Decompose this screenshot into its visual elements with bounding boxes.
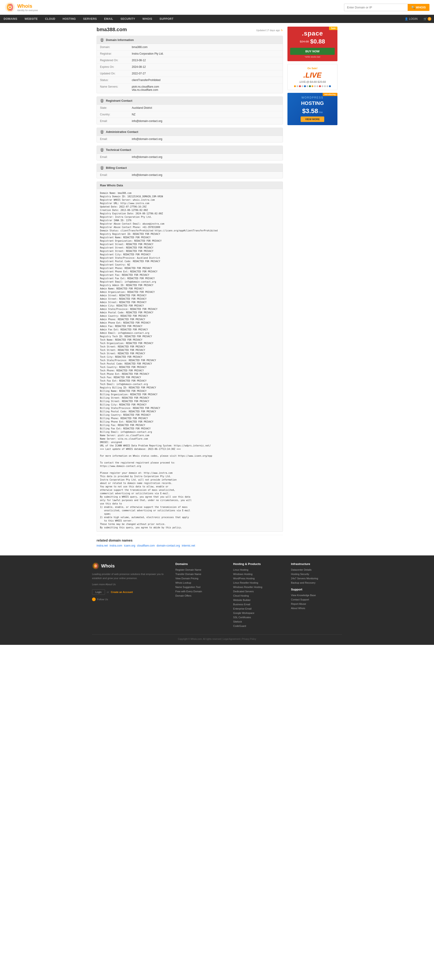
svg-point-24 bbox=[95, 565, 96, 566]
refresh-icon[interactable]: ↻ bbox=[281, 29, 283, 32]
tech-body: Email:info@domain-contact.org bbox=[97, 154, 283, 160]
admin-table: Email:info@domain-contact.org bbox=[97, 136, 283, 142]
footer-col-item[interactable]: Linux Hosting bbox=[233, 568, 284, 571]
search-button[interactable]: 🔍 WHOIS bbox=[408, 4, 429, 11]
wp-view-more-button[interactable]: VIEW MORE bbox=[301, 116, 324, 122]
nav-whois[interactable]: WHOIS bbox=[139, 15, 156, 23]
svg-point-19 bbox=[101, 169, 103, 170]
row-value: clientTransferProhibited bbox=[128, 77, 283, 84]
space-tld: .space bbox=[290, 30, 335, 37]
footer-col-item[interactable]: Register Domain Name bbox=[176, 568, 227, 571]
footer-col-item[interactable]: Name Suggestion Tool bbox=[176, 585, 227, 589]
dot-3 bbox=[299, 85, 301, 87]
table-row: Email:info@domain-contact.org bbox=[97, 136, 283, 142]
footer-col-item[interactable]: Hosting Security bbox=[291, 573, 342, 576]
footer-hosting-items: Linux HostingWindows HostingWordPress Ho… bbox=[233, 568, 284, 627]
related-link[interactable]: instra.net bbox=[97, 544, 108, 547]
wp-price-row: $3.58 /mo bbox=[290, 107, 335, 115]
billing-table: Email:info@domain-contact.org bbox=[97, 172, 283, 178]
dot-15 bbox=[329, 85, 331, 87]
related-link[interactable]: icann.org bbox=[124, 544, 135, 547]
dot-13 bbox=[324, 85, 326, 87]
domain-info-section: Domain Information Domain:bma388.comRegi… bbox=[97, 36, 283, 93]
footer-col-item[interactable]: Contact Support bbox=[291, 598, 342, 601]
dot-7 bbox=[309, 85, 311, 87]
live-on-sale: On Sale! bbox=[290, 67, 334, 70]
nav-security[interactable]: SECURITY bbox=[117, 15, 139, 23]
footer-col-item[interactable]: About Whois bbox=[291, 607, 342, 609]
footer-login-button[interactable]: Login bbox=[92, 589, 105, 595]
footer-col-item[interactable]: Transfer Domain Name bbox=[176, 573, 227, 576]
footer-col-item[interactable]: CodeGuard bbox=[233, 625, 284, 627]
row-value: 2013-08-12 bbox=[128, 57, 283, 64]
row-label: Registrar: bbox=[97, 51, 128, 57]
row-value: piotr.ns.cloudflare.com vita.ns.cloudfla… bbox=[128, 84, 283, 93]
nav-domains[interactable]: DOMAINS bbox=[0, 15, 21, 23]
nav-servers[interactable]: SERVERS bbox=[79, 15, 101, 23]
footer-col-item[interactable]: Website Builder bbox=[233, 599, 284, 601]
nav-cart[interactable]: 🛒 0 bbox=[421, 15, 434, 23]
footer-learn-more[interactable]: Learn more About Us bbox=[92, 583, 169, 585]
footer-col-item[interactable]: Report Abuse bbox=[291, 603, 342, 605]
footer-domains-col: Domains Register Domain NameTransfer Dom… bbox=[176, 562, 227, 629]
footer-col-item[interactable]: Business Email bbox=[233, 603, 284, 606]
follow-icon bbox=[92, 598, 96, 601]
row-value: 2022-07-27 bbox=[128, 70, 283, 77]
main-content: bma388.com Updated 17 days ago ↻ Domain … bbox=[92, 23, 342, 555]
footer-col-item[interactable]: Whois Lookup bbox=[176, 581, 227, 584]
footer-create-account[interactable]: Create an Account bbox=[111, 591, 133, 593]
row-label: Name Servers: bbox=[97, 84, 128, 93]
footer-col-item[interactable]: Linux Reseller Hosting bbox=[233, 581, 284, 584]
svg-point-7 bbox=[101, 40, 103, 42]
footer-col-item[interactable]: View Domain Pricing bbox=[176, 577, 227, 580]
logo: Whois Identity for everyone bbox=[5, 2, 38, 13]
footer-col-item[interactable]: 24x7 Servers Monitoring bbox=[291, 577, 342, 580]
footer-col-item[interactable]: Domain Offers bbox=[176, 594, 227, 597]
space-buy-button[interactable]: BUY NOW bbox=[290, 48, 335, 55]
row-value: info@domain-contact.org bbox=[128, 154, 283, 160]
raw-whois-body: Domain Name: bma388.com Registry Domain … bbox=[97, 189, 283, 531]
domain-info-header: Domain Information bbox=[97, 36, 283, 44]
footer-col-item[interactable]: Datacenter Details bbox=[291, 568, 342, 571]
related-link[interactable]: internic.net bbox=[182, 544, 195, 547]
footer-col-item[interactable]: Backup and Recovery bbox=[291, 581, 342, 584]
footer-col-item[interactable]: Windows Reseller Hosting bbox=[233, 585, 284, 589]
nav-support[interactable]: SUPPORT bbox=[156, 15, 177, 23]
footer-col-item[interactable]: Dedicated Servers bbox=[233, 590, 284, 593]
wp-title: HOSTING bbox=[290, 100, 335, 106]
footer-col-item[interactable]: Sitelock bbox=[233, 620, 284, 623]
related-link[interactable]: domain-contact.org bbox=[157, 544, 180, 547]
svg-point-6 bbox=[101, 39, 103, 40]
dot-6 bbox=[307, 85, 308, 87]
nav-login[interactable]: 👤 LOGIN bbox=[401, 15, 421, 23]
billing-body: Email:info@domain-contact.org bbox=[97, 172, 283, 178]
related-link[interactable]: instra.com bbox=[109, 544, 122, 547]
wp-subtitle: WORDPRESS bbox=[290, 96, 335, 99]
dot-2 bbox=[296, 85, 298, 87]
related-link[interactable]: cloudflare.com bbox=[137, 544, 155, 547]
dot-10 bbox=[317, 85, 318, 87]
footer-col-item[interactable]: View Knowledge Base bbox=[291, 594, 342, 597]
footer-col-item[interactable]: Google Workspace bbox=[233, 612, 284, 614]
user-icon: 👤 bbox=[405, 17, 408, 21]
nav-hosting[interactable]: HOSTING bbox=[59, 15, 79, 23]
nav-cloud[interactable]: CLOUD bbox=[41, 15, 59, 23]
row-value: bma388.com bbox=[128, 44, 283, 51]
table-row: Status:clientTransferProhibited bbox=[97, 77, 283, 84]
footer-col-item[interactable]: Windows Hosting bbox=[233, 573, 284, 576]
footer-col-item[interactable]: WordPress Hosting bbox=[233, 577, 284, 580]
footer-follow: Follow Us bbox=[92, 598, 169, 601]
billing-header: Billing Contact bbox=[97, 164, 283, 172]
nav-email[interactable]: EMAIL bbox=[100, 15, 117, 23]
wp-ad: Introducing WORDPRESS HOSTING $3.58 /mo … bbox=[287, 93, 337, 125]
table-row: Registered On:2013-08-12 bbox=[97, 57, 283, 64]
nav-website[interactable]: WEBSITE bbox=[21, 15, 41, 23]
footer-logo-text: Whois bbox=[101, 563, 115, 569]
search-input[interactable] bbox=[344, 4, 408, 11]
dot-12 bbox=[322, 85, 323, 87]
footer-col-item[interactable]: Free with Every Domain bbox=[176, 590, 227, 593]
svg-point-16 bbox=[101, 150, 103, 152]
footer-col-item[interactable]: Enterprise Email bbox=[233, 607, 284, 610]
footer-col-item[interactable]: Cloud Hosting bbox=[233, 594, 284, 597]
footer-col-item[interactable]: SSL Certificates bbox=[233, 616, 284, 619]
